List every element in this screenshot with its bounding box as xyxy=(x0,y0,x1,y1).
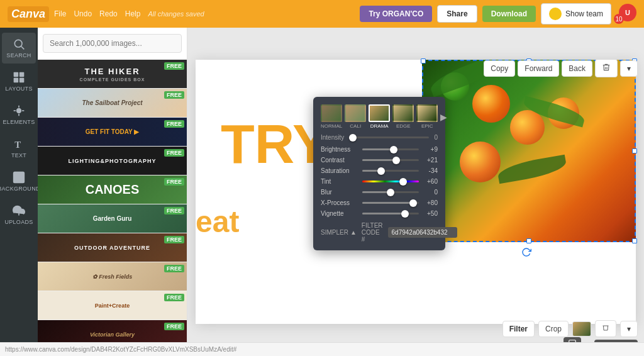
vignette-track[interactable] xyxy=(362,213,419,214)
free-badge: FREE xyxy=(164,265,184,272)
sidebar-item-search[interactable]: SEARCH xyxy=(2,33,36,64)
filter-panel: NORMAL CALI DRAMA EDGE EPIC xyxy=(313,97,445,250)
free-badge: FREE xyxy=(164,91,184,99)
xprocess-track[interactable] xyxy=(362,202,419,204)
filter-code-input[interactable] xyxy=(388,227,457,238)
xprocess-slider-row: X-Process +80 xyxy=(321,199,438,206)
menu-bar: File Undo Redo Help xyxy=(54,9,140,18)
filter-option-epic[interactable]: EPIC xyxy=(416,104,438,129)
template-item[interactable]: LIGHTING&PHOTOGRAPHY FREE xyxy=(38,147,187,175)
template-item[interactable]: OUTDOOR ADVENTURE FREE xyxy=(38,233,187,262)
left-panel: THE HIKER COMPLETE GUIDES BOX FREE The S… xyxy=(38,28,187,356)
simpler-button[interactable]: SIMPLER ▲ xyxy=(321,229,357,236)
filter-code-label: FILTER CODE # xyxy=(362,222,383,243)
filter-option-cali[interactable]: CALI xyxy=(345,104,366,129)
sidebar-item-elements[interactable]: ELEMENTS xyxy=(2,99,36,130)
contrast-track[interactable] xyxy=(362,159,419,161)
canva-logo: Canva xyxy=(8,6,49,22)
saturation-track[interactable] xyxy=(362,170,419,172)
canvas-area: Copy Forward Back ▾ TRY OF eat xyxy=(187,28,644,356)
canvas-image[interactable] xyxy=(422,60,636,242)
vignette-slider-row: Vignette +50 xyxy=(321,210,438,217)
template-item[interactable]: Garden Guru FREE xyxy=(38,204,187,233)
copy-button[interactable]: Copy xyxy=(484,60,515,77)
blur-label: Blur xyxy=(321,189,358,196)
save-status: All changes saved xyxy=(148,10,204,18)
show-team-button[interactable]: Show team xyxy=(541,3,611,25)
svg-rect-5 xyxy=(19,78,25,82)
svg-line-1 xyxy=(21,47,25,50)
sidebar-item-uploads[interactable]: UPLOADS xyxy=(2,199,36,230)
tint-slider-row: Tint +60 xyxy=(321,178,438,185)
rotate-handle[interactable] xyxy=(521,247,531,260)
try-organico-button[interactable]: Try ORGAN'CO xyxy=(360,6,432,22)
contrast-slider-row: Contrast +21 xyxy=(321,157,438,164)
blur-track[interactable] xyxy=(362,191,419,193)
free-badge: FREE xyxy=(164,294,184,301)
svg-text:T: T xyxy=(14,140,21,150)
menu-help[interactable]: Help xyxy=(125,9,141,18)
free-badge: FREE xyxy=(164,120,184,128)
more-image-options-button[interactable]: ▾ xyxy=(620,321,638,337)
free-badge: FREE xyxy=(164,178,184,186)
svg-rect-12 xyxy=(14,172,25,183)
svg-point-6 xyxy=(17,109,21,113)
template-item[interactable]: GET FIT TODAY ▶ FREE xyxy=(38,118,187,147)
saturation-value: -34 xyxy=(423,167,438,174)
filter-option-drama[interactable]: DRAMA xyxy=(369,104,390,129)
intensity-label: Intensity xyxy=(321,134,344,141)
notification-badge: 10 xyxy=(614,14,624,24)
download-button[interactable]: Download xyxy=(482,6,536,22)
svg-point-0 xyxy=(14,40,22,47)
crop-button[interactable]: Crop xyxy=(538,321,569,337)
brightness-track[interactable] xyxy=(362,148,419,150)
template-item[interactable]: THE HIKER COMPLETE GUIDES BOX FREE xyxy=(38,60,187,89)
menu-undo[interactable]: Undo xyxy=(74,9,92,18)
canvas-subtitle-text: eat xyxy=(196,204,239,239)
filter-button[interactable]: Filter xyxy=(502,321,535,337)
search-bar xyxy=(38,28,187,60)
share-button[interactable]: Share xyxy=(437,5,477,23)
sidebar-item-layouts[interactable]: LAYOUTS xyxy=(2,66,36,97)
menu-redo[interactable]: Redo xyxy=(99,9,118,18)
template-item[interactable]: The Sailboat Project FREE xyxy=(38,89,187,118)
contrast-value: +21 xyxy=(423,157,438,164)
template-list: THE HIKER COMPLETE GUIDES BOX FREE The S… xyxy=(38,60,187,356)
filter-option-normal[interactable]: NORMAL xyxy=(321,104,342,129)
sidebar-item-background[interactable]: BACKGROUND xyxy=(2,166,36,197)
bottom-action-bar: Filter Crop ▾ xyxy=(502,320,638,337)
statusbar: https://www.canva.com/design/DAB4R2KotYZ… xyxy=(0,342,644,356)
sidebar-layouts-label: LAYOUTS xyxy=(5,86,32,92)
blur-value: 0 xyxy=(423,189,438,196)
free-badge: FREE xyxy=(164,323,184,330)
forward-button[interactable]: Forward xyxy=(518,60,559,77)
contrast-label: Contrast xyxy=(321,157,358,164)
filter-nav-arrow[interactable]: ▶ xyxy=(440,112,447,122)
delete-button[interactable] xyxy=(595,59,618,77)
sidebar-text-label: TEXT xyxy=(11,152,26,159)
template-item[interactable]: Paint+Create FREE xyxy=(38,291,187,320)
search-input[interactable] xyxy=(43,34,182,53)
free-badge: FREE xyxy=(164,149,184,157)
image-thumbnail[interactable] xyxy=(572,321,591,337)
filter-option-edge[interactable]: EDGE xyxy=(392,104,414,129)
back-button[interactable]: Back xyxy=(562,60,592,77)
intensity-slider[interactable] xyxy=(349,136,429,138)
svg-rect-2 xyxy=(14,72,19,77)
free-badge: FREE xyxy=(164,62,184,70)
template-item[interactable]: ✿ Fresh Fields FREE xyxy=(38,262,187,291)
template-item[interactable]: CANOES FREE xyxy=(38,175,187,204)
sidebar-elements-label: ELEMENTS xyxy=(3,119,35,125)
free-badge: FREE xyxy=(164,207,184,214)
tint-track[interactable] xyxy=(362,181,419,182)
sidebar-item-text[interactable]: T TEXT xyxy=(2,133,36,164)
menu-file[interactable]: File xyxy=(54,9,66,18)
delete-image-button[interactable] xyxy=(595,320,616,337)
tint-value: +60 xyxy=(423,178,438,185)
more-options-button[interactable]: ▾ xyxy=(620,60,638,77)
xprocess-value: +80 xyxy=(423,199,438,206)
vignette-label: Vignette xyxy=(321,210,358,217)
tint-label: Tint xyxy=(321,178,358,185)
intensity-row: Intensity 0 xyxy=(321,134,438,141)
simpler-row: SIMPLER ▲ FILTER CODE # xyxy=(321,222,438,243)
